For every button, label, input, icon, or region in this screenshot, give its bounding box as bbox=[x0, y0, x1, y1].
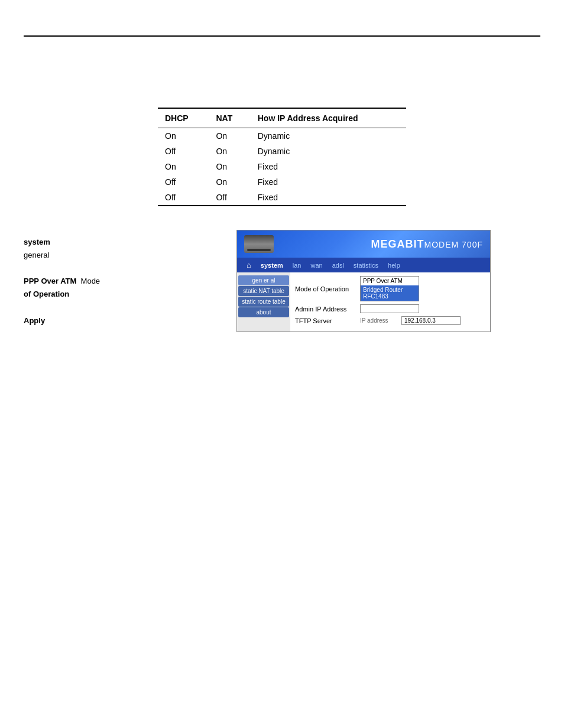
sidebar-item-static-nat[interactable]: static NAT table bbox=[238, 286, 289, 296]
row1-how: Dynamic bbox=[251, 128, 406, 144]
option-bridged-router[interactable]: Bridged Router RFC1483 bbox=[361, 285, 419, 301]
table-row: Off Off Fixed bbox=[158, 190, 406, 206]
row4-nat: On bbox=[209, 174, 250, 190]
tftp-server-row: TFTP Server IP address bbox=[295, 316, 485, 325]
step4-bold: of Operation bbox=[24, 290, 69, 298]
step5-bold: Apply bbox=[24, 316, 45, 325]
ui-description-text: system general PPP Over ATM Mode of Oper… bbox=[24, 230, 225, 327]
col-header-how-ip: How IP Address Acquired bbox=[251, 108, 406, 128]
admin-ip-label: Admin IP Address bbox=[295, 306, 360, 313]
row5-nat: Off bbox=[209, 190, 250, 206]
nav-statistics[interactable]: statistics bbox=[349, 261, 383, 270]
router-nav: ⌂ system lan wan adsl statistics help bbox=[237, 258, 490, 272]
nav-home-icon[interactable]: ⌂ bbox=[242, 259, 256, 271]
table-row: On On Fixed bbox=[158, 159, 406, 174]
step1-label: system bbox=[24, 238, 50, 246]
mode-dropdown[interactable]: PPP Over ATM Bridged Router RFC1483 bbox=[360, 276, 419, 301]
top-divider bbox=[24, 35, 540, 37]
nav-wan[interactable]: wan bbox=[306, 261, 327, 270]
nav-system[interactable]: system bbox=[256, 261, 288, 270]
row3-dhcp: On bbox=[158, 159, 209, 174]
row3-how: Fixed bbox=[251, 159, 406, 174]
row3-nat: On bbox=[209, 159, 250, 174]
col-header-nat: NAT bbox=[209, 108, 250, 128]
mode-of-operation-row: Mode of Operation PPP Over ATM Bridged R… bbox=[295, 276, 485, 301]
ip-table-section: DHCP NAT How IP Address Acquired On On D… bbox=[158, 108, 406, 206]
row5-how: Fixed bbox=[251, 190, 406, 206]
step3-suffix: Mode bbox=[81, 277, 101, 285]
sidebar-item-static-route[interactable]: static route table bbox=[238, 297, 289, 307]
row4-dhcp: Off bbox=[158, 174, 209, 190]
nav-adsl[interactable]: adsl bbox=[328, 261, 349, 270]
ip-acquisition-table: DHCP NAT How IP Address Acquired On On D… bbox=[158, 108, 406, 206]
admin-ip-row: Admin IP Address bbox=[295, 304, 485, 313]
router-sidebar: gen er al static NAT table static route … bbox=[237, 272, 290, 332]
sidebar-item-about[interactable]: about bbox=[238, 307, 289, 317]
row1-nat: On bbox=[209, 128, 250, 144]
page-container: DHCP NAT How IP Address Acquired On On D… bbox=[0, 35, 564, 728]
router-header: MEGABITMODEM 700F bbox=[237, 230, 490, 258]
router-brand: MEGABITMODEM 700F bbox=[371, 238, 483, 251]
nav-help[interactable]: help bbox=[383, 261, 405, 270]
row2-dhcp: Off bbox=[158, 144, 209, 159]
sidebar-item-general[interactable]: gen er al bbox=[238, 275, 289, 285]
tftp-sublabel: IP address bbox=[360, 317, 401, 324]
step3-bold: PPP Over ATM bbox=[24, 277, 76, 285]
row4-how: Fixed bbox=[251, 174, 406, 190]
router-device-image bbox=[244, 235, 274, 253]
row2-nat: On bbox=[209, 144, 250, 159]
tftp-input[interactable] bbox=[401, 316, 461, 325]
option-ppp-over-atm[interactable]: PPP Over ATM bbox=[361, 277, 419, 285]
table-row: Off On Fixed bbox=[158, 174, 406, 190]
nav-lan[interactable]: lan bbox=[288, 261, 306, 270]
brand-bold: MEGABIT bbox=[371, 238, 424, 250]
col-header-dhcp: DHCP bbox=[158, 108, 209, 128]
step2-label: general bbox=[24, 251, 49, 259]
row2-how: Dynamic bbox=[251, 144, 406, 159]
tftp-label: TFTP Server bbox=[295, 317, 360, 324]
row1-dhcp: On bbox=[158, 128, 209, 144]
table-row: On On Dynamic bbox=[158, 128, 406, 144]
router-main-content: Mode of Operation PPP Over ATM Bridged R… bbox=[290, 272, 490, 332]
router-ui-screenshot: MEGABITMODEM 700F ⌂ system lan wan adsl … bbox=[236, 230, 491, 332]
admin-ip-input[interactable] bbox=[360, 304, 419, 313]
router-body: gen er al static NAT table static route … bbox=[237, 272, 490, 332]
mode-label: Mode of Operation bbox=[295, 285, 360, 292]
brand-normal: MODEM 700F bbox=[424, 240, 483, 249]
ui-section: system general PPP Over ATM Mode of Oper… bbox=[24, 230, 540, 332]
table-row: Off On Dynamic bbox=[158, 144, 406, 159]
row5-dhcp: Off bbox=[158, 190, 209, 206]
